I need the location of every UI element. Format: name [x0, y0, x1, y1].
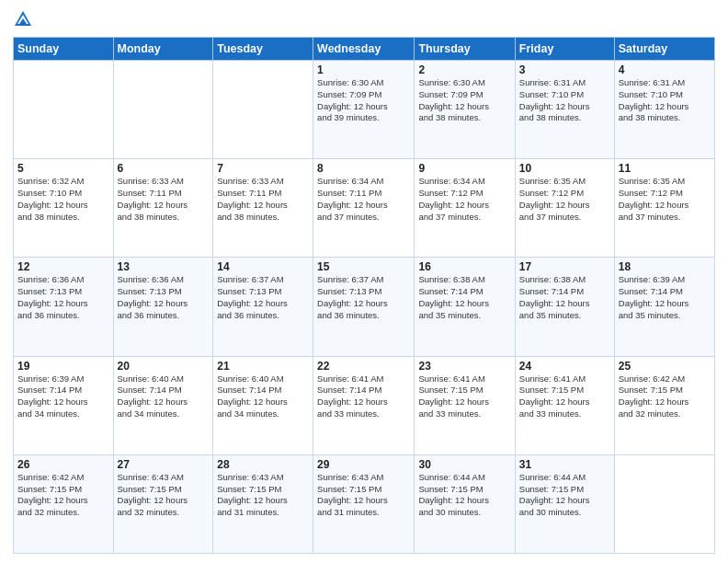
- day-cell: 25Sunrise: 6:42 AM Sunset: 7:15 PM Dayli…: [614, 356, 714, 454]
- day-number: 7: [217, 162, 309, 175]
- day-info: Sunrise: 6:34 AM Sunset: 7:11 PM Dayligh…: [317, 176, 410, 223]
- day-cell: 13Sunrise: 6:36 AM Sunset: 7:13 PM Dayli…: [113, 258, 213, 356]
- day-number: 31: [519, 458, 610, 471]
- weekday-header-row: SundayMondayTuesdayWednesdayThursdayFrid…: [14, 38, 715, 61]
- day-info: Sunrise: 6:33 AM Sunset: 7:11 PM Dayligh…: [118, 176, 210, 223]
- day-info: Sunrise: 6:43 AM Sunset: 7:15 PM Dayligh…: [217, 472, 309, 519]
- day-number: 24: [519, 360, 610, 373]
- day-info: Sunrise: 6:40 AM Sunset: 7:14 PM Dayligh…: [118, 373, 210, 420]
- weekday-header-wednesday: Wednesday: [313, 38, 415, 61]
- day-info: Sunrise: 6:39 AM Sunset: 7:14 PM Dayligh…: [619, 274, 711, 321]
- week-row-1: 1Sunrise: 6:30 AM Sunset: 7:09 PM Daylig…: [14, 61, 715, 159]
- day-cell: 28Sunrise: 6:43 AM Sunset: 7:15 PM Dayli…: [213, 454, 313, 553]
- day-cell: 15Sunrise: 6:37 AM Sunset: 7:13 PM Dayli…: [313, 258, 415, 356]
- weekday-header-monday: Monday: [113, 38, 213, 61]
- day-info: Sunrise: 6:33 AM Sunset: 7:11 PM Dayligh…: [217, 176, 309, 223]
- day-cell: [614, 454, 714, 553]
- logo-icon: [13, 9, 33, 29]
- day-info: Sunrise: 6:30 AM Sunset: 7:09 PM Dayligh…: [317, 77, 410, 124]
- day-info: Sunrise: 6:44 AM Sunset: 7:15 PM Dayligh…: [519, 472, 610, 519]
- day-number: 11: [619, 162, 711, 175]
- day-cell: 24Sunrise: 6:41 AM Sunset: 7:15 PM Dayli…: [515, 356, 614, 454]
- day-number: 14: [217, 260, 309, 273]
- day-number: 8: [317, 162, 410, 175]
- day-cell: 9Sunrise: 6:34 AM Sunset: 7:12 PM Daylig…: [415, 159, 515, 258]
- weekday-header-sunday: Sunday: [14, 38, 114, 61]
- day-number: 16: [418, 260, 510, 273]
- day-info: Sunrise: 6:43 AM Sunset: 7:15 PM Dayligh…: [317, 472, 410, 519]
- day-number: 19: [17, 360, 109, 373]
- day-cell: 12Sunrise: 6:36 AM Sunset: 7:13 PM Dayli…: [14, 258, 114, 356]
- weekday-header-friday: Friday: [515, 38, 614, 61]
- day-cell: 27Sunrise: 6:43 AM Sunset: 7:15 PM Dayli…: [113, 454, 213, 553]
- day-cell: 19Sunrise: 6:39 AM Sunset: 7:14 PM Dayli…: [14, 356, 114, 454]
- day-info: Sunrise: 6:36 AM Sunset: 7:13 PM Dayligh…: [118, 274, 210, 321]
- day-cell: [113, 61, 213, 159]
- day-number: 27: [118, 458, 210, 471]
- day-info: Sunrise: 6:40 AM Sunset: 7:14 PM Dayligh…: [217, 373, 309, 420]
- day-info: Sunrise: 6:41 AM Sunset: 7:14 PM Dayligh…: [317, 373, 410, 420]
- week-row-4: 19Sunrise: 6:39 AM Sunset: 7:14 PM Dayli…: [14, 356, 715, 454]
- day-number: 25: [619, 360, 711, 373]
- day-cell: 31Sunrise: 6:44 AM Sunset: 7:15 PM Dayli…: [515, 454, 614, 553]
- header: [13, 9, 715, 29]
- day-cell: 29Sunrise: 6:43 AM Sunset: 7:15 PM Dayli…: [313, 454, 415, 553]
- day-cell: 30Sunrise: 6:44 AM Sunset: 7:15 PM Dayli…: [415, 454, 515, 553]
- week-row-3: 12Sunrise: 6:36 AM Sunset: 7:13 PM Dayli…: [14, 258, 715, 356]
- weekday-header-thursday: Thursday: [415, 38, 515, 61]
- week-row-5: 26Sunrise: 6:42 AM Sunset: 7:15 PM Dayli…: [14, 454, 715, 553]
- weekday-header-saturday: Saturday: [614, 38, 714, 61]
- day-number: 26: [17, 458, 109, 471]
- day-cell: [213, 61, 313, 159]
- day-number: 30: [418, 458, 510, 471]
- week-row-2: 5Sunrise: 6:32 AM Sunset: 7:10 PM Daylig…: [14, 159, 715, 258]
- day-number: 9: [418, 162, 510, 175]
- day-number: 17: [519, 260, 610, 273]
- day-info: Sunrise: 6:37 AM Sunset: 7:13 PM Dayligh…: [317, 274, 410, 321]
- day-cell: 4Sunrise: 6:31 AM Sunset: 7:10 PM Daylig…: [614, 61, 714, 159]
- day-info: Sunrise: 6:30 AM Sunset: 7:09 PM Dayligh…: [418, 77, 510, 124]
- day-info: Sunrise: 6:38 AM Sunset: 7:14 PM Dayligh…: [519, 274, 610, 321]
- day-number: 28: [217, 458, 309, 471]
- day-number: 22: [317, 360, 410, 373]
- day-info: Sunrise: 6:37 AM Sunset: 7:13 PM Dayligh…: [217, 274, 309, 321]
- day-info: Sunrise: 6:34 AM Sunset: 7:12 PM Dayligh…: [418, 176, 510, 223]
- page: SundayMondayTuesdayWednesdayThursdayFrid…: [0, 0, 728, 563]
- day-number: 13: [118, 260, 210, 273]
- day-number: 29: [317, 458, 410, 471]
- day-cell: 18Sunrise: 6:39 AM Sunset: 7:14 PM Dayli…: [614, 258, 714, 356]
- day-number: 12: [17, 260, 109, 273]
- day-cell: 17Sunrise: 6:38 AM Sunset: 7:14 PM Dayli…: [515, 258, 614, 356]
- day-info: Sunrise: 6:36 AM Sunset: 7:13 PM Dayligh…: [17, 274, 109, 321]
- day-number: 1: [317, 63, 410, 76]
- day-number: 20: [118, 360, 210, 373]
- day-cell: 1Sunrise: 6:30 AM Sunset: 7:09 PM Daylig…: [313, 61, 415, 159]
- day-cell: [14, 61, 114, 159]
- day-number: 2: [418, 63, 510, 76]
- day-number: 10: [519, 162, 610, 175]
- day-cell: 6Sunrise: 6:33 AM Sunset: 7:11 PM Daylig…: [113, 159, 213, 258]
- day-cell: 8Sunrise: 6:34 AM Sunset: 7:11 PM Daylig…: [313, 159, 415, 258]
- day-number: 15: [317, 260, 410, 273]
- day-info: Sunrise: 6:32 AM Sunset: 7:10 PM Dayligh…: [17, 176, 109, 223]
- day-number: 4: [619, 63, 711, 76]
- day-info: Sunrise: 6:42 AM Sunset: 7:15 PM Dayligh…: [17, 472, 109, 519]
- day-info: Sunrise: 6:35 AM Sunset: 7:12 PM Dayligh…: [619, 176, 711, 223]
- day-info: Sunrise: 6:39 AM Sunset: 7:14 PM Dayligh…: [17, 373, 109, 420]
- day-info: Sunrise: 6:38 AM Sunset: 7:14 PM Dayligh…: [418, 274, 510, 321]
- day-info: Sunrise: 6:35 AM Sunset: 7:12 PM Dayligh…: [519, 176, 610, 223]
- day-number: 5: [17, 162, 109, 175]
- logo: [13, 9, 37, 29]
- day-cell: 7Sunrise: 6:33 AM Sunset: 7:11 PM Daylig…: [213, 159, 313, 258]
- day-cell: 2Sunrise: 6:30 AM Sunset: 7:09 PM Daylig…: [415, 61, 515, 159]
- day-cell: 11Sunrise: 6:35 AM Sunset: 7:12 PM Dayli…: [614, 159, 714, 258]
- day-info: Sunrise: 6:41 AM Sunset: 7:15 PM Dayligh…: [418, 373, 510, 420]
- day-info: Sunrise: 6:41 AM Sunset: 7:15 PM Dayligh…: [519, 373, 610, 420]
- day-info: Sunrise: 6:44 AM Sunset: 7:15 PM Dayligh…: [418, 472, 510, 519]
- calendar-table: SundayMondayTuesdayWednesdayThursdayFrid…: [13, 37, 715, 554]
- day-cell: 21Sunrise: 6:40 AM Sunset: 7:14 PM Dayli…: [213, 356, 313, 454]
- day-number: 23: [418, 360, 510, 373]
- day-cell: 10Sunrise: 6:35 AM Sunset: 7:12 PM Dayli…: [515, 159, 614, 258]
- day-cell: 14Sunrise: 6:37 AM Sunset: 7:13 PM Dayli…: [213, 258, 313, 356]
- day-cell: 23Sunrise: 6:41 AM Sunset: 7:15 PM Dayli…: [415, 356, 515, 454]
